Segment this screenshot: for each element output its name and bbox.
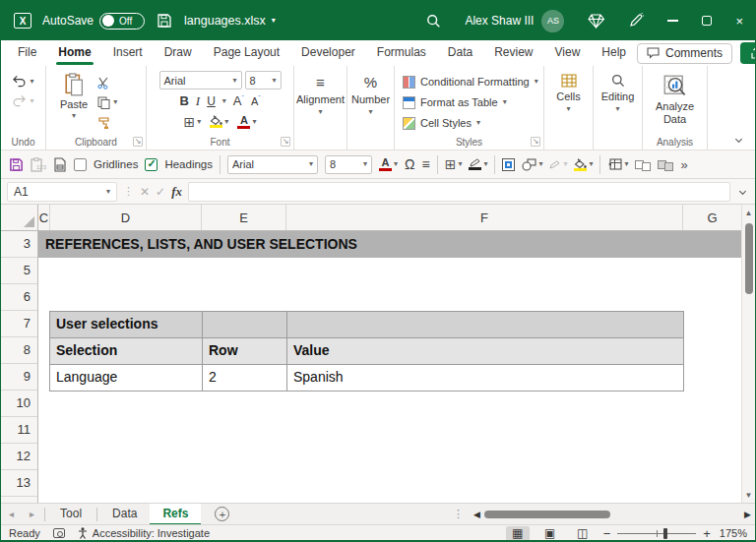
table-header-row[interactable]: Row [203,338,287,365]
editor-pen-icon[interactable] [616,1,656,40]
row-header[interactable]: 13 [1,470,37,497]
copy-button[interactable]: ▾ [97,95,117,109]
tab-help[interactable]: Help [591,40,637,66]
column-header-c[interactable]: C [38,205,50,230]
table-cell-value[interactable]: Spanish [287,365,684,391]
column-header-f[interactable]: F [286,205,683,230]
underline-button[interactable]: U [207,94,216,108]
tab-scroll-splitter[interactable]: ⋮ [447,508,470,520]
maximize-button[interactable] [690,1,724,40]
font-name-select[interactable]: Arial▾ [159,71,242,90]
table-header-value[interactable]: Value [287,338,684,365]
comments-button[interactable]: Comments [637,43,732,64]
insert-function-button[interactable]: fx [171,184,182,200]
scroll-up-icon[interactable]: ▲ [742,205,755,220]
macro-record-icon[interactable] [53,528,65,538]
zoom-in-button[interactable]: + [703,526,711,541]
cells-dropdown-icon[interactable]: ▾ [566,105,570,113]
zoom-level[interactable]: 175% [720,527,747,539]
row-header[interactable]: 3 [1,231,37,258]
page-layout-view-button[interactable]: ▣ [538,526,562,541]
row-header[interactable]: 11 [1,417,37,444]
view-gridlines-button[interactable] [502,158,515,171]
save-icon[interactable] [156,12,173,30]
sheet-nav-right-icon[interactable]: ▸ [22,509,42,519]
conditional-formatting-button[interactable]: Conditional Formatting▾ [403,74,543,90]
name-box[interactable]: A1 ▾ [7,182,117,202]
tab-developer[interactable]: Developer [290,40,366,66]
sheet-tab-tool[interactable]: Tool [47,504,94,525]
tab-file[interactable]: File [7,40,47,66]
tab-page-layout[interactable]: Page Layout [203,40,290,66]
cell-area[interactable]: REFERENCES, LISTS, AND USER SELECTIONS U… [38,231,741,503]
table-cell-empty[interactable] [287,312,684,338]
decrease-font-button[interactable]: Aˇ [251,94,261,107]
table-cell-empty[interactable] [203,312,287,338]
accessibility-status[interactable]: Accessibility: Investigate [78,527,210,539]
excel-app-icon[interactable]: X [14,13,32,29]
alignment-button[interactable]: Alignment [296,93,345,105]
undo-button[interactable]: ▾ [12,75,33,88]
scroll-right-icon[interactable]: ▶ [740,510,755,519]
tab-view[interactable]: View [544,40,592,66]
formula-input[interactable] [188,182,730,202]
row-header[interactable]: 10 [1,391,37,417]
horizontal-scrollbar[interactable]: ◀ ▶ [470,509,755,520]
sheet-nav-left-icon[interactable]: ◂ [1,509,22,519]
banner-cell[interactable]: REFERENCES, LISTS, AND USER SELECTIONS [38,231,741,258]
scroll-down-icon[interactable]: ▼ [742,487,755,503]
undo-dropdown-icon[interactable]: ▾ [30,78,33,86]
redo-button[interactable]: ▾ [12,94,33,107]
share-button[interactable]: Share [740,42,756,64]
font-dialog-launcher-icon[interactable]: ↘ [281,137,290,147]
name-box-dropdown-icon[interactable]: ▾ [106,188,110,196]
tab-data[interactable]: Data [437,40,483,66]
document-title[interactable]: languages.xlsx ▾ [184,14,276,28]
select-all-corner[interactable] [1,205,38,230]
formula-bar-splitter[interactable]: ⋮ [123,185,134,198]
qat-font-name-select[interactable]: Arial▾ [227,155,318,174]
row-header[interactable]: 5 [1,258,37,284]
copy-dropdown-icon[interactable]: ▾ [113,98,117,106]
table-title-cell[interactable]: User selections [50,312,203,338]
normal-view-button[interactable]: ▦ [506,526,530,541]
row-header[interactable]: 12 [1,444,37,470]
page-break-view-button[interactable]: ◫ [571,526,595,541]
italic-button[interactable]: I [196,93,200,109]
analyze-data-button[interactable]: Analyze Data [643,72,707,129]
search-button[interactable] [414,1,453,40]
editing-dropdown-icon[interactable]: ▾ [615,105,619,113]
sheet-tab-data[interactable]: Data [99,504,150,525]
horizontal-scrollbar-thumb[interactable] [484,511,610,518]
account-control[interactable]: Alex Shaw III AS [453,1,576,40]
increase-font-button[interactable]: Aˆ [233,93,244,108]
scroll-left-icon[interactable]: ◀ [470,510,484,519]
table-cell-language[interactable]: Language [50,365,203,391]
fill-color-button[interactable]: ▾ [210,115,228,128]
qat-font-size-select[interactable]: 8▾ [325,155,372,174]
cell-styles-button[interactable]: Cell Styles▾ [403,115,543,131]
font-color-button[interactable]: A ▾ [237,115,256,129]
qat-align-button[interactable]: ≡ [421,156,429,172]
zoom-slider-thumb[interactable] [663,528,667,539]
sheet-tab-refs[interactable]: Refs [150,504,201,525]
vertical-scrollbar-thumb[interactable] [745,223,753,294]
headings-checkbox[interactable]: Headings [145,158,213,171]
ungroup-objects-button[interactable] [658,158,673,171]
number-dropdown-icon[interactable]: ▾ [368,108,372,116]
headings-checkbox-box[interactable] [145,158,158,171]
new-sheet-button[interactable]: + [215,507,229,521]
row-header[interactable]: 9 [1,364,37,391]
gridlines-checkbox[interactable]: Gridlines [74,158,138,171]
number-button[interactable]: Number [351,93,390,105]
tab-review[interactable]: Review [483,40,543,66]
font-size-select[interactable]: 8▾ [245,71,282,90]
borders-button[interactable]: ⊞▾ [184,114,202,130]
clipboard-dialog-launcher-icon[interactable]: ↘ [133,137,143,147]
print-preview-button[interactable] [53,157,67,172]
row-header[interactable]: 6 [1,284,37,311]
tab-draw[interactable]: Draw [154,40,203,66]
draw-border-button[interactable]: ▾ [469,158,487,170]
close-button[interactable]: × [724,1,755,40]
qat-borders-button[interactable]: ⊞▾ [445,156,463,172]
